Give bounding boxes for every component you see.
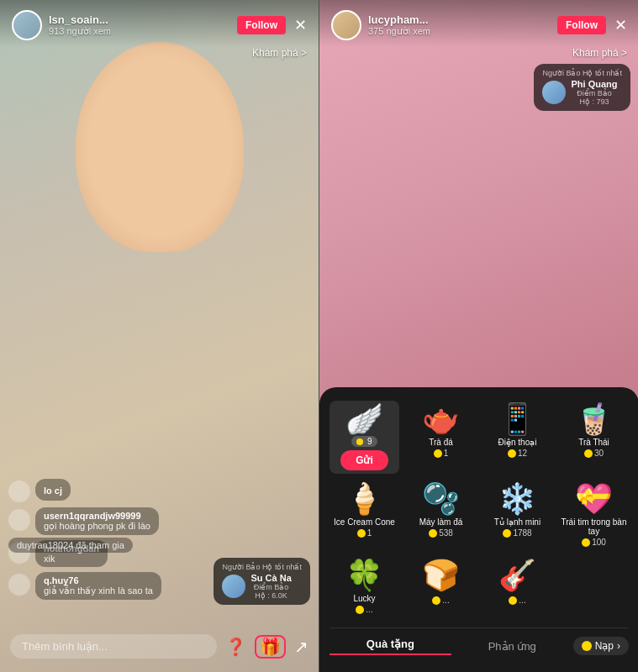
gift-button[interactable]: 🎁 xyxy=(255,635,286,659)
gift-item-dien-thoai[interactable]: 📱 Điện thoại 12 xyxy=(482,401,552,474)
comment-bubble: q.huy76 giả vẫn thấy xinh là sao ta xyxy=(35,572,161,600)
avatar xyxy=(8,509,30,531)
gift-item-lucky[interactable]: 🍀 Lucky ... xyxy=(330,557,399,617)
right-livestream-panel: lucypham... 375 người xem Follow ✕ Khám … xyxy=(319,0,638,672)
left-protector-badge: Người Bảo Hộ tốt nhất Su Cà Na Điểm Bảo … xyxy=(214,558,310,605)
right-protector-label: Người Bảo Hộ tốt nhất xyxy=(542,69,622,77)
question-icon[interactable]: ❓ xyxy=(225,637,246,657)
tab-phan-ung-label: Phản ứng xyxy=(488,640,536,653)
left-top-bar: lsn_soain... 913 người xem Follow ✕ xyxy=(0,0,319,47)
coin-icon xyxy=(356,606,364,614)
tab-phan-ung[interactable]: Phản ứng xyxy=(451,640,573,653)
gift-name-tra-thai: Trà Thái xyxy=(578,438,609,447)
comment-input[interactable] xyxy=(10,634,217,659)
left-bottom-bar: ❓ 🎁 ↗ xyxy=(0,626,319,672)
gift-name-tu-lanh-mini: Tủ lạnh mini xyxy=(494,517,540,527)
left-streamer-avatar xyxy=(12,10,42,40)
send-gift-button[interactable]: Gửi xyxy=(340,450,388,470)
right-user-info: lucypham... 375 người xem xyxy=(368,13,557,37)
gift-item-may-lam-da[interactable]: 🫧 Máy làm đá 538 xyxy=(406,480,476,550)
protector-label: Người Bảo Hộ tốt nhất xyxy=(222,563,302,571)
gift-price-guitar: ... xyxy=(509,596,525,605)
gift-price-num-tu-lanh-mini: 1788 xyxy=(513,528,531,538)
avatar xyxy=(8,480,30,502)
join-text: duytran18024 đã tham gia xyxy=(17,540,124,550)
coin-icon xyxy=(432,596,440,605)
gift-item-tra-da[interactable]: 🫖 Trà đá 1 xyxy=(406,401,476,474)
left-follow-button[interactable]: Follow xyxy=(237,16,286,34)
gift-panel: 🪽 9 Gửi 🫖 Trà đá 1 📱 xyxy=(319,387,638,672)
gift-selected-overlay: 🪽 9 Gửi xyxy=(340,404,388,470)
gift-price-tu-lanh-mini: 1788 xyxy=(503,528,531,538)
gift-emoji-dien-thoai: 📱 xyxy=(498,404,536,434)
gift-emoji-bread: 🍞 xyxy=(422,560,460,591)
coin-icon-small xyxy=(356,438,363,445)
gift-name-trai-tim: Trái tim trong bàn tay xyxy=(561,517,627,536)
gift-emoji-tra-da: 🫖 xyxy=(422,404,460,434)
gift-name-ice-cream: Ice Cream Cone xyxy=(334,517,395,527)
comment-username: q.huy76 xyxy=(44,575,153,585)
gift-price-num-tra-da: 1 xyxy=(444,449,449,458)
left-kham-pha-link[interactable]: Khám phá > xyxy=(252,47,307,59)
right-viewer-count: 375 người xem xyxy=(368,26,557,37)
share-icon[interactable]: ↗ xyxy=(294,637,308,657)
join-notification: duytran18024 đã tham gia xyxy=(8,538,133,553)
coin-icon xyxy=(584,449,593,458)
coin-icon xyxy=(508,449,516,458)
coin-icon xyxy=(357,529,366,538)
gift-name-may-lam-da: Máy làm đá xyxy=(419,517,463,527)
gift-item-trai-tim[interactable]: 💝 Trái tim trong bàn tay 100 xyxy=(559,480,629,550)
comment-username: usern1qqrandjw99999 xyxy=(44,511,150,521)
gift-emoji-may-lam-da: 🫧 xyxy=(422,484,460,514)
gift-item-guitar[interactable]: 🎸 ... xyxy=(482,557,552,617)
gift-emoji-trai-tim: 💝 xyxy=(575,484,613,514)
gift-item-ice-cream[interactable]: 🍦 Ice Cream Cone 1 xyxy=(330,480,399,550)
right-protector-avatar xyxy=(542,81,566,104)
right-protector-badge: Người Bảo Hộ tốt nhất Phi Quang Điểm Bảo… xyxy=(534,64,630,111)
nap-button[interactable]: Nạp › xyxy=(573,637,629,655)
right-top-bar: lucypham... 375 người xem Follow ✕ xyxy=(319,0,638,47)
right-protector-sub2: Hộ : 793 xyxy=(571,97,617,106)
gift-panel-tabs: Quà tặng Phản ứng Nạp › xyxy=(330,627,629,655)
coin-icon xyxy=(434,449,442,458)
comment-bubble: usern1qqrandjw99999 gọi hoàng phong pk đ… xyxy=(35,507,159,535)
tab-qua-tang-label: Quà tặng xyxy=(366,638,414,650)
right-kham-pha-link[interactable]: Khám phá > xyxy=(572,47,627,59)
gift-grid: 🪽 9 Gửi 🫖 Trà đá 1 📱 xyxy=(330,401,629,617)
gift-price-num-dien-thoai: 12 xyxy=(518,449,527,458)
comment-username: lo cj xyxy=(44,486,62,496)
gift-price-num-ice-cream: 1 xyxy=(367,528,372,538)
gift-price-ice-cream: 1 xyxy=(357,528,372,538)
right-follow-button[interactable]: Follow xyxy=(557,16,606,34)
protector-name: Su Cà Na xyxy=(250,573,291,583)
gift-price-tra-thai: 30 xyxy=(584,449,604,458)
comment-text: gọi hoàng phong pk đi lào xyxy=(44,521,150,532)
right-streamer-avatar xyxy=(331,10,361,40)
comment-bubble: lo cj xyxy=(35,479,71,501)
gift-item-bread[interactable]: 🍞 ... xyxy=(406,557,476,617)
comment-text: xik xyxy=(44,554,99,564)
selected-gift-emoji: 🪽 xyxy=(345,404,383,434)
list-item: usern1qqrandjw99999 gọi hoàng phong pk đ… xyxy=(8,507,310,535)
nap-label: Nạp xyxy=(595,640,614,652)
gift-item-tu-lanh-mini[interactable]: ❄️ Tủ lạnh mini 1788 xyxy=(482,480,552,550)
tab-qua-tang[interactable]: Quà tặng xyxy=(330,638,451,655)
left-close-button[interactable]: ✕ xyxy=(294,16,307,34)
gift-item-tra-thai[interactable]: 🧋 Trà Thái 30 xyxy=(559,401,629,474)
right-protector-name: Phi Quang xyxy=(571,79,617,89)
left-livestream-panel: lsn_soain... 913 người xem Follow ✕ Khám… xyxy=(0,0,319,672)
right-username: lucypham... xyxy=(368,13,557,26)
right-close-button[interactable]: ✕ xyxy=(614,16,627,34)
gift-item-selected[interactable]: 🪽 9 Gửi xyxy=(330,401,399,474)
gift-name-tra-da: Trà đá xyxy=(429,438,453,447)
left-username: lsn_soain... xyxy=(49,13,237,26)
coin-icon xyxy=(429,529,437,538)
gift-price-tra-da: 1 xyxy=(434,449,449,458)
gift-price-trai-tim: 100 xyxy=(582,538,606,547)
avatar xyxy=(8,574,30,596)
right-protector-user-row: Phi Quang Điểm Bảo Hộ : 793 xyxy=(542,79,622,106)
coin-icon xyxy=(582,538,590,547)
coin-icon xyxy=(509,596,517,605)
gift-emoji-tu-lanh-mini: ❄️ xyxy=(498,484,536,514)
send-count-num: 9 xyxy=(367,437,372,446)
